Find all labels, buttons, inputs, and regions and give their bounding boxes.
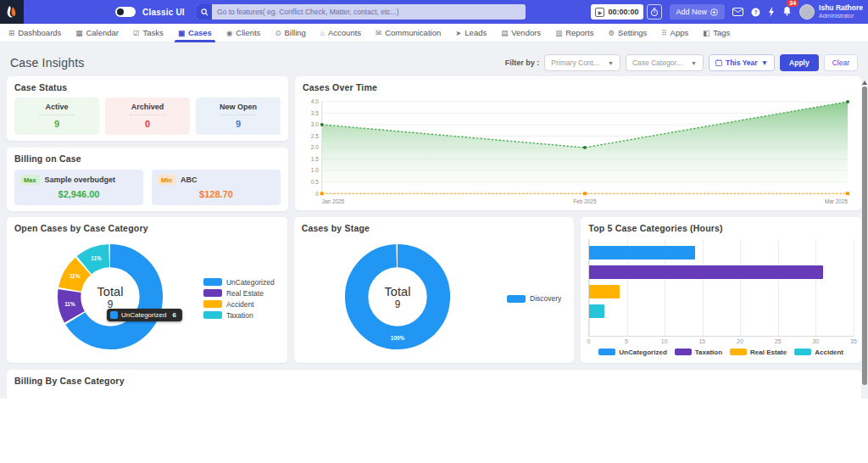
billing-on-case-title: Billing on Case <box>14 153 281 164</box>
legend-item-accident[interactable]: Accident <box>203 300 275 309</box>
svg-text:4.0: 4.0 <box>311 98 319 104</box>
legend-item-uncategorized[interactable]: UnCategorized <box>598 349 666 356</box>
timer-widget[interactable]: ▶ 00:00:00 <box>591 4 643 20</box>
cases-by-stage-title: Cases by Stage <box>302 223 567 233</box>
nav-item-tasks[interactable]: ☑Tasks <box>133 24 164 42</box>
legend-item-uncategorized[interactable]: UnCategorized <box>203 278 275 287</box>
legend-swatch <box>203 300 222 308</box>
nav-item-cases[interactable]: ▣Cases <box>178 24 212 42</box>
open-cases-donut[interactable]: 67%11%11%11%Total9 <box>48 235 172 362</box>
nav-item-clients[interactable]: ◉Clients <box>226 24 260 42</box>
bar-real-estate[interactable] <box>589 285 620 298</box>
legend-swatch <box>675 349 692 355</box>
nav-item-reports[interactable]: ▥Reports <box>555 24 593 42</box>
legend-swatch <box>203 289 222 297</box>
dashboard-icon: ⊞ <box>8 29 14 37</box>
apply-button[interactable]: Apply <box>780 54 819 71</box>
bell-icon[interactable]: 34 <box>782 4 792 20</box>
bar-accident[interactable] <box>589 304 604 318</box>
cases-by-stage-donut[interactable]: 100%Total9 <box>336 235 459 362</box>
gear-icon: ⚙ <box>608 29 615 37</box>
content-area: Case Insights Filter by : Primary Cont..… <box>0 42 868 399</box>
cases-over-time-chart: 4.03.53.02.52.01.51.00.50Jan 2025Feb 202… <box>300 97 854 207</box>
legend-item-taxation[interactable]: Taxation <box>675 349 722 356</box>
svg-text:3.5: 3.5 <box>311 110 319 116</box>
svg-text:0.5: 0.5 <box>311 179 319 185</box>
add-new-button[interactable]: Add New <box>670 4 726 20</box>
case-status-card: Case Status Active9Archived0New Open9 <box>7 76 288 141</box>
cases-over-time-title: Cases Over Time <box>303 82 854 92</box>
report-icon: ▥ <box>555 29 562 37</box>
legend-item-real-estate[interactable]: Real Estate <box>730 349 787 356</box>
status-tile-active[interactable]: Active9 <box>14 98 99 135</box>
legend-item-real-estate[interactable]: Real Estate <box>203 289 275 298</box>
billing-tile-min[interactable]: MinABC$128.70 <box>152 170 281 205</box>
page-title: Case Insights <box>10 56 84 70</box>
legend-swatch <box>794 349 811 355</box>
nav-item-communication[interactable]: ✉Communication <box>376 24 441 42</box>
primary-contact-select[interactable]: Primary Cont...▼ <box>544 54 620 71</box>
nav-item-billing[interactable]: ⊙Billing <box>275 24 305 42</box>
svg-text:3.0: 3.0 <box>311 121 319 127</box>
timer-value: 00:00:00 <box>608 8 638 16</box>
app-logo[interactable] <box>0 0 24 24</box>
legend-swatch <box>507 295 526 303</box>
svg-text:2.5: 2.5 <box>311 133 319 139</box>
calendar-icon: ▦ <box>75 29 82 37</box>
search-icon[interactable] <box>197 4 212 20</box>
nav-item-calendar[interactable]: ▦Calendar <box>75 24 119 42</box>
nav-item-accounts[interactable]: ⌂Accounts <box>320 24 361 42</box>
cases-by-stage-card: Cases by Stage 100%Total9 Discovery <box>294 217 575 363</box>
svg-text:Total: Total <box>97 285 124 298</box>
clear-button[interactable]: Clear <box>824 54 858 71</box>
legend-swatch <box>730 349 747 355</box>
stopwatch-icon[interactable] <box>647 4 662 20</box>
badge-min: Min <box>158 175 175 185</box>
case-category-select[interactable]: Case Categor...▼ <box>626 54 704 71</box>
mail-icon[interactable] <box>732 8 743 16</box>
svg-text:100%: 100% <box>391 335 405 341</box>
global-search <box>197 4 526 20</box>
top5-categories-card: Top 5 Case Categories (Hours) 0510152025… <box>581 217 861 363</box>
nav-item-apps[interactable]: ⠿Apps <box>661 24 688 42</box>
bolt-icon[interactable] <box>768 7 775 17</box>
date-range-select[interactable]: This Year▼ <box>709 54 775 71</box>
open-cases-by-category-card: Open Cases by Case Category 67%11%11%11%… <box>7 217 287 363</box>
svg-text:0: 0 <box>315 191 319 197</box>
play-icon[interactable]: ▶ <box>595 8 604 17</box>
classic-ui-toggle[interactable] <box>115 7 136 17</box>
scroll-up-arrow[interactable] <box>862 81 867 85</box>
billing-by-category-card: Billing By Case Category <box>7 370 861 399</box>
chevron-down-icon: ▼ <box>761 59 768 67</box>
nav-item-vendors[interactable]: ▤Vendors <box>501 24 541 42</box>
help-icon[interactable]: ? <box>751 8 760 17</box>
task-check-icon: ☑ <box>133 29 140 37</box>
svg-text:1.5: 1.5 <box>311 156 319 162</box>
dollar-icon: ⊙ <box>275 29 281 37</box>
legend-item-taxation[interactable]: Taxation <box>203 311 275 320</box>
nav-item-settings[interactable]: ⚙Settings <box>608 24 647 42</box>
billing-tile-max[interactable]: MaxSample overbudget$2,946.00 <box>14 170 143 205</box>
tag-icon: ◧ <box>703 29 709 37</box>
nav-item-tags[interactable]: ◧Tags <box>703 24 730 42</box>
vertical-scrollbar[interactable] <box>861 81 867 394</box>
legend-item-accident[interactable]: Accident <box>794 349 843 356</box>
status-tile-new-open[interactable]: New Open9 <box>196 98 281 135</box>
scrollbar-thumb[interactable] <box>862 86 867 385</box>
chat-icon: ✉ <box>376 29 381 37</box>
user-menu[interactable]: Ishu Rathore Administrator <box>799 4 863 20</box>
filter-bar: Filter by : Primary Cont...▼ Case Catego… <box>505 54 858 71</box>
bank-icon: ⌂ <box>320 29 325 37</box>
notification-badge: 34 <box>787 0 798 7</box>
legend-swatch <box>203 311 222 319</box>
status-tile-archived[interactable]: Archived0 <box>105 98 190 135</box>
bar-taxation[interactable] <box>589 265 823 279</box>
lead-icon: ➤ <box>455 29 461 37</box>
svg-text:?: ? <box>754 8 757 14</box>
nav-item-dashboards[interactable]: ⊞Dashboards <box>8 24 61 42</box>
search-input[interactable] <box>212 8 526 16</box>
bar-uncategorized[interactable] <box>589 246 695 259</box>
nav-item-leads[interactable]: ➤Leads <box>455 24 487 42</box>
cases-over-time-card: Cases Over Time 4.03.53.02.52.01.51.00.5… <box>295 76 861 210</box>
legend-item-discovery[interactable]: Discovery <box>507 294 561 303</box>
